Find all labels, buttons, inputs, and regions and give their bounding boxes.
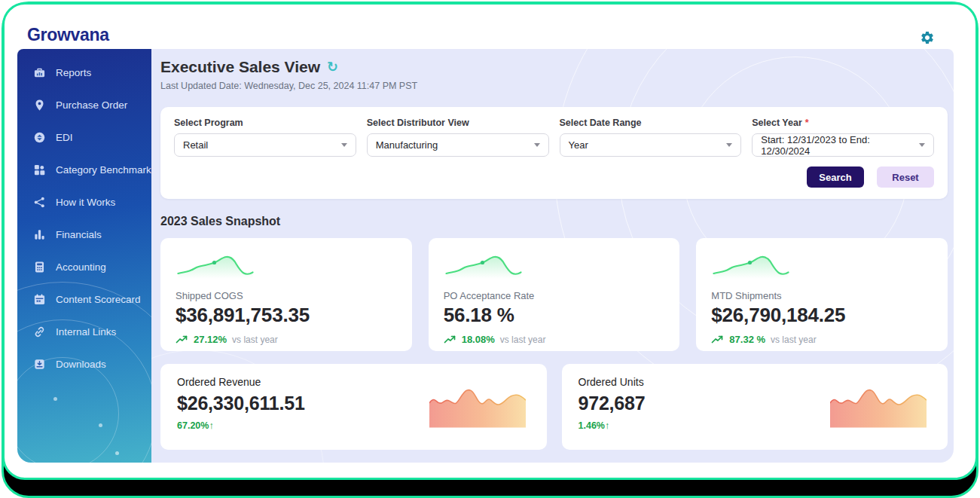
edi-icon	[33, 131, 46, 144]
section-title: 2023 Sales Snapshot	[160, 215, 948, 228]
settings-gear-icon[interactable]	[920, 30, 935, 45]
accounting-icon	[33, 261, 46, 273]
card-label: Ordered Revenue	[177, 376, 305, 388]
sidebar-item-internal-links[interactable]: Internal Links	[17, 316, 151, 348]
category-benchmark-icon	[33, 163, 46, 176]
select-program[interactable]: Retail	[174, 133, 356, 157]
chevron-down-icon	[534, 143, 540, 147]
filter-field-distributor-view: Select Distributor View Manufacturing	[367, 118, 549, 157]
sidebar-item-label: Downloads	[56, 359, 106, 370]
sidebar-item-label: Content Scorecard	[56, 294, 141, 305]
card-label: Ordered Units	[579, 376, 646, 388]
select-value: Retail	[183, 139, 208, 151]
downloads-icon	[33, 358, 46, 371]
sidebar-item-downloads[interactable]: Downloads	[17, 348, 151, 380]
how-it-works-icon	[33, 196, 46, 209]
chevron-down-icon	[726, 143, 732, 147]
refresh-icon[interactable]: ↻	[327, 60, 338, 74]
chevron-down-icon	[919, 143, 925, 147]
filter-panel: Select Program Retail Select Distributor…	[160, 107, 948, 199]
sidebar-item-label: EDI	[56, 132, 73, 143]
sidebar-item-content-scorecard[interactable]: Content Scorecard	[17, 283, 151, 316]
card-value: $26,330,611.51	[177, 393, 305, 414]
reset-button[interactable]: Reset	[877, 167, 934, 188]
select-value: Start: 12/31/2023 to End: 12/30/2024	[761, 134, 919, 157]
up-arrow-icon: ↑	[605, 420, 609, 431]
sidebar-item-label: Purchase Order	[56, 99, 127, 111]
card-ordered-units: Ordered Units 972,687 1.46%↑	[562, 364, 948, 450]
select-distributor-view[interactable]: Manufacturing	[367, 133, 549, 157]
filter-field-date-range: Select Date Range Year	[560, 118, 742, 157]
filter-label: Select Date Range	[560, 118, 742, 128]
filter-label: Select Program	[174, 118, 356, 128]
sparkline-chart	[711, 250, 792, 280]
card-ordered-revenue: Ordered Revenue $26,330,611.51 67.20%↑	[160, 364, 547, 450]
kpi-label: MTD Shipments	[711, 290, 933, 301]
screenshot-stage: Growvana Reports Purchase Order EDI	[0, 0, 980, 498]
select-year[interactable]: Start: 12/31/2023 to End: 12/30/2024	[752, 133, 934, 157]
select-value: Manufacturing	[376, 139, 438, 151]
kpi-change: 87.32 %	[729, 334, 765, 345]
app-logo[interactable]: Growvana	[27, 25, 109, 45]
sidebar-decor-dot	[115, 451, 119, 455]
sidebar-decor-dot	[99, 423, 102, 427]
internal-links-icon	[33, 325, 46, 338]
trending-up-icon	[176, 335, 188, 344]
sidebar-item-edi[interactable]: EDI	[17, 121, 151, 154]
kpi-card-shipped-cogs: Shipped COGS $36,891,753.35 27.12% vs la…	[160, 238, 412, 351]
sparkline-chart	[176, 250, 257, 280]
kpi-compare-label: vs last year	[232, 335, 278, 345]
sidebar-item-label: Accounting	[56, 261, 106, 273]
kpi-compare-label: vs last year	[500, 335, 546, 345]
sidebar-item-purchase-order[interactable]: Purchase Order	[17, 89, 151, 121]
kpi-value: $26,790,184.25	[711, 304, 933, 327]
kpi-value: $36,891,753.35	[176, 304, 397, 327]
filter-field-program: Select Program Retail	[174, 118, 356, 157]
trending-up-icon	[444, 335, 456, 344]
page-title: Executive Sales View	[160, 58, 320, 76]
chevron-down-icon	[341, 143, 347, 147]
last-updated-text: Last Updated Date: Wednesday, Dec 25, 20…	[160, 81, 948, 91]
kpi-value: 56.18 %	[444, 304, 665, 327]
filter-label: Select Distributor View	[367, 118, 549, 128]
up-arrow-icon: ↑	[209, 420, 213, 431]
select-date-range[interactable]: Year	[560, 133, 742, 157]
main-area: Reports Purchase Order EDI Category Benc…	[17, 49, 954, 463]
sidebar-item-label: Financials	[56, 229, 102, 240]
sparkline-chart	[444, 250, 525, 280]
sidebar-decor-dot	[53, 397, 57, 401]
area-chart	[830, 385, 927, 429]
kpi-label: Shipped COGS	[176, 290, 397, 301]
sidebar-item-accounting[interactable]: Accounting	[17, 251, 151, 283]
sidebar-item-financials[interactable]: Financials	[17, 218, 151, 251]
filter-field-year: Select Year* Start: 12/31/2023 to End: 1…	[752, 118, 934, 157]
sidebar-item-label: Reports	[56, 67, 91, 78]
sidebar-item-label: Internal Links	[56, 326, 116, 338]
bottom-cards-row: Ordered Revenue $26,330,611.51 67.20%↑	[160, 364, 948, 450]
content-scorecard-icon	[33, 293, 46, 306]
area-chart	[429, 385, 526, 429]
sidebar: Reports Purchase Order EDI Category Benc…	[17, 49, 151, 463]
filter-label: Select Year*	[752, 118, 934, 128]
card-change: 67.20%	[177, 420, 209, 431]
trending-up-icon	[711, 335, 724, 344]
financials-icon	[33, 228, 46, 241]
kpi-row: Shipped COGS $36,891,753.35 27.12% vs la…	[160, 238, 948, 351]
reports-icon	[33, 66, 46, 79]
required-marker: *	[805, 118, 809, 128]
sidebar-item-how-it-works[interactable]: How it Works	[17, 186, 151, 218]
card-change: 1.46%	[579, 420, 605, 431]
content-area: Executive Sales View ↻ Last Updated Date…	[151, 49, 954, 463]
kpi-compare-label: vs last year	[771, 335, 817, 345]
topbar: Growvana	[5, 5, 975, 48]
card-value: 972,687	[579, 393, 646, 414]
select-value: Year	[569, 139, 588, 151]
sidebar-item-reports[interactable]: Reports	[17, 57, 151, 89]
kpi-card-mtd-shipments: MTD Shipments $26,790,184.25 87.32 % vs …	[696, 238, 948, 351]
sidebar-item-label: Category Benchmark	[56, 164, 151, 176]
search-button[interactable]: Search	[807, 167, 864, 188]
kpi-label: PO Acceptance Rate	[444, 290, 665, 301]
app-window: Growvana Reports Purchase Order EDI	[2, 2, 978, 480]
kpi-change: 18.08%	[462, 334, 495, 345]
sidebar-item-category-benchmark[interactable]: Category Benchmark	[17, 154, 151, 186]
